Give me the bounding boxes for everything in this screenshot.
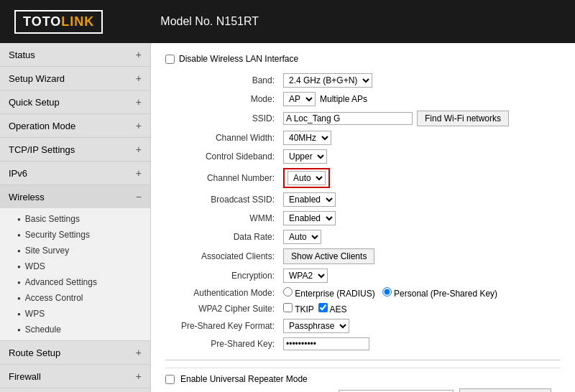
- channel-width-select[interactable]: 40MHz: [283, 131, 331, 145]
- data-rate-row: Data Rate: Auto: [165, 228, 561, 246]
- band-select[interactable]: 2.4 GHz (B+G+N): [283, 73, 372, 88]
- divider: [165, 360, 561, 360]
- logo-toto: TOTO: [23, 14, 61, 29]
- sidebar-item-ipv6[interactable]: IPv6 +: [0, 162, 150, 185]
- tkip-label[interactable]: TKIP: [283, 303, 314, 314]
- band-label: Band:: [165, 71, 280, 90]
- repeater-label: Enable Universal Repeater Mode: [180, 374, 308, 384]
- submenu-label-basic-settings: Basic Settings: [25, 214, 80, 224]
- band-row: Band: 2.4 GHz (B+G+N): [165, 71, 561, 90]
- aes-text: AES: [329, 304, 346, 314]
- channel-number-select[interactable]: Auto: [288, 171, 326, 185]
- sidebar-label-operation-mode: Operation Mode: [9, 121, 75, 131]
- sidebar: Status + Setup Wizard + Quick Setup + Op…: [0, 43, 151, 392]
- sidebar-toggle-ipv6: +: [136, 167, 142, 179]
- submenu-security-settings[interactable]: ● Security Settings: [0, 227, 150, 243]
- preshared-key-format-label: Pre-Shared Key Format:: [165, 317, 280, 335]
- submenu-access-control[interactable]: ● Access Control: [0, 290, 150, 306]
- sidebar-toggle-firewall: +: [136, 370, 142, 382]
- wireless-submenu: ● Basic Settings ● Security Settings ● S…: [0, 208, 150, 340]
- repeater-sublabel-row: (Acting as AP and client simultaneously)…: [165, 388, 561, 392]
- auth-enterprise-radio[interactable]: [283, 287, 293, 297]
- bullet-icon: ●: [17, 279, 21, 286]
- sidebar-item-firewall[interactable]: Firewall +: [0, 365, 150, 388]
- aes-checkbox[interactable]: [318, 303, 328, 312]
- preshared-key-format-row: Pre-Shared Key Format: Passphrase: [165, 317, 561, 335]
- submenu-wps[interactable]: ● WPS: [0, 306, 150, 322]
- sidebar-item-status[interactable]: Status +: [0, 43, 150, 67]
- sidebar-item-wireless[interactable]: Wireless − ● Basic Settings ● Security S…: [0, 185, 150, 341]
- mode-select[interactable]: AP: [283, 92, 316, 106]
- auth-enterprise-text: Enterprise (RADIUS): [295, 289, 374, 299]
- bullet-icon: ●: [17, 295, 21, 302]
- auth-personal-text: Personal (Pre-Shared Key): [394, 289, 497, 299]
- preshared-key-label: Pre-Shared Key:: [165, 335, 280, 353]
- main-layout: Status + Setup Wizard + Quick Setup + Op…: [0, 43, 575, 392]
- sidebar-item-setup-wizard[interactable]: Setup Wizard +: [0, 67, 150, 90]
- submenu-basic-settings[interactable]: ● Basic Settings: [0, 211, 150, 227]
- sidebar-toggle-route: +: [136, 347, 142, 358]
- control-sideband-row: Control Sideband: Upper: [165, 147, 561, 166]
- sidebar-label-ipv6: IPv6: [9, 168, 27, 179]
- find-wifi-button[interactable]: Find Wi-Fi networks: [417, 111, 509, 126]
- control-sideband-select[interactable]: Upper: [283, 149, 327, 164]
- repeater-find-wifi-button[interactable]: Find Wi-Fi networks: [459, 388, 551, 392]
- submenu-label-advanced-settings: Advanced Settings: [25, 277, 97, 287]
- disable-wireless-checkbox[interactable]: [165, 55, 175, 64]
- sidebar-toggle-operation-mode: +: [136, 120, 142, 131]
- auth-personal-radio[interactable]: [382, 287, 392, 297]
- sidebar-label-tcp-ip: TCP/IP Settings: [9, 144, 75, 155]
- sidebar-item-management[interactable]: Management +: [0, 388, 150, 392]
- preshared-key-format-select[interactable]: Passphrase: [283, 319, 349, 333]
- submenu-label-wds: WDS: [25, 261, 45, 271]
- submenu-schedule[interactable]: ● Schedule: [0, 322, 150, 337]
- sidebar-toggle-wireless: −: [136, 191, 142, 202]
- logo-link: LINK: [61, 14, 94, 29]
- repeater-checkbox[interactable]: [165, 375, 175, 384]
- aes-label[interactable]: AES: [318, 303, 347, 314]
- auth-personal-label[interactable]: Personal (Pre-Shared Key): [382, 287, 497, 299]
- submenu-label-security-settings: Security Settings: [25, 230, 90, 240]
- sidebar-toggle-setup-wizard: +: [136, 73, 142, 84]
- auth-mode-row: Authentication Mode: Enterprise (RADIUS)…: [165, 285, 561, 301]
- mode-extra: Multiple APs: [320, 94, 367, 104]
- show-clients-button[interactable]: Show Active Clients: [283, 248, 374, 264]
- wpa2-cipher-label: WPA2 Cipher Suite:: [165, 301, 280, 317]
- sidebar-label-route: Route Setup: [9, 347, 60, 358]
- broadcast-ssid-select[interactable]: Enabled: [283, 192, 336, 207]
- model-number: Model No. N151RT: [160, 15, 259, 28]
- sidebar-item-quick-setup[interactable]: Quick Setup +: [0, 90, 150, 114]
- channel-width-row: Channel Width: 40MHz: [165, 129, 561, 147]
- tkip-checkbox[interactable]: [283, 303, 293, 312]
- sidebar-toggle-tcp-ip: +: [136, 144, 142, 155]
- bullet-icon: ●: [17, 248, 21, 254]
- cipher-options: TKIP AES: [283, 303, 558, 314]
- submenu-site-survey[interactable]: ● Site Survey: [0, 243, 150, 258]
- sidebar-label-setup-wizard: Setup Wizard: [9, 73, 65, 84]
- submenu-label-site-survey: Site Survey: [25, 246, 69, 256]
- submenu-label-schedule: Schedule: [25, 325, 61, 335]
- sidebar-label-quick-setup: Quick Setup: [9, 97, 60, 108]
- sidebar-item-tcp-ip[interactable]: TCP/IP Settings +: [0, 138, 150, 162]
- wmm-select[interactable]: Enabled: [283, 211, 336, 225]
- disable-wireless-row: Disable Wireless LAN Interface: [165, 54, 561, 64]
- data-rate-select[interactable]: Auto: [283, 230, 321, 244]
- submenu-wds[interactable]: ● WDS: [0, 258, 150, 274]
- auth-mode-radio-group: Enterprise (RADIUS) Personal (Pre-Shared…: [283, 287, 558, 299]
- submenu-advanced-settings[interactable]: ● Advanced Settings: [0, 274, 150, 290]
- sidebar-item-operation-mode[interactable]: Operation Mode +: [0, 114, 150, 138]
- auth-mode-label: Authentication Mode:: [165, 285, 280, 301]
- sidebar-label-status: Status: [9, 50, 35, 60]
- ssid-label: SSID:: [165, 108, 280, 129]
- preshared-key-input[interactable]: [283, 337, 369, 350]
- ssid-input[interactable]: [283, 112, 413, 125]
- sidebar-toggle-status: +: [136, 49, 142, 60]
- sidebar-item-route[interactable]: Route Setup +: [0, 341, 150, 365]
- bullet-icon: ●: [17, 263, 21, 270]
- auth-enterprise-label[interactable]: Enterprise (RADIUS): [283, 287, 375, 299]
- associated-clients-row: Associated Clients: Show Active Clients: [165, 246, 561, 266]
- channel-number-label: Channel Number:: [165, 166, 280, 190]
- submenu-label-wps: WPS: [25, 309, 45, 319]
- encryption-select[interactable]: WPA2: [283, 269, 328, 283]
- wpa2-cipher-row: WPA2 Cipher Suite: TKIP AES: [165, 301, 561, 317]
